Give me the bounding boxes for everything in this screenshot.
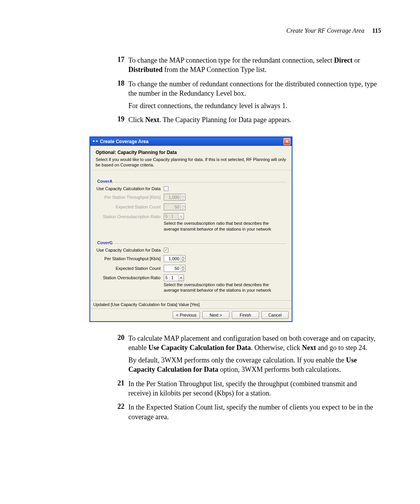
step-item: 20To calculate MAP placement and configu…	[113, 334, 381, 374]
step-body: To change the number of redundant connec…	[128, 79, 381, 111]
spinner-down-icon: ▼	[180, 207, 185, 210]
use-capacity-checkbox[interactable]	[164, 186, 168, 191]
dialog-status-text: Updated [Use Capacity Calculation for Da…	[90, 300, 292, 308]
row-oversubscription: Station Oversubscription Ratio5 : 1▼	[96, 213, 286, 220]
dialog-header-section: Optional: Capacity Planning for Data Sel…	[90, 146, 292, 171]
oversubscription-hint: Select the oversubscription ratio that b…	[164, 282, 286, 293]
spinner-down-icon[interactable]: ▼	[180, 268, 185, 271]
dropdown-input: 5 : 1▼	[164, 213, 184, 220]
spinner-up-icon: ▲	[180, 194, 185, 197]
dialog-body: Optional: Capacity Planning for Data Sel…	[90, 146, 292, 321]
spinner-down-icon[interactable]: ▼	[180, 259, 185, 262]
svg-point-1	[93, 140, 94, 142]
group-title: CoverG	[96, 240, 114, 245]
step-body: In the Per Station Throughput list, spec…	[128, 379, 381, 398]
spinner-buttons: ▲▼	[180, 204, 185, 210]
step-number: 19	[113, 115, 124, 123]
step-body: Click Next. The Capacity Planning for Da…	[128, 115, 381, 124]
spinner-input[interactable]: 50▲▼	[164, 265, 186, 272]
dialog-titlebar[interactable]: Create Coverage Area ✕	[90, 137, 292, 146]
previous-button[interactable]: < Previous	[173, 311, 200, 319]
dropdown-value: 5 : 1	[164, 275, 178, 281]
label-oversubscription: Station Oversubscription Ratio	[96, 214, 164, 219]
label-oversubscription: Station Oversubscription Ratio	[96, 275, 164, 280]
row-use-capacity: Use Capacity Calculation for Data	[96, 248, 286, 252]
page-number: 115	[372, 27, 381, 34]
label-use-capacity: Use Capacity Calculation for Data	[96, 248, 164, 252]
document-page: Create Your RF Coverage Area 115 17To ch…	[0, 0, 420, 442]
step-body: To change the MAP connection type for th…	[128, 56, 381, 75]
dialog-subheading: Select if you would like to use Capacity…	[96, 157, 286, 168]
spinner-down-icon: ▼	[180, 197, 185, 200]
spinner-buttons: ▲▼	[180, 194, 185, 200]
label-station-count: Expected Station Count	[96, 266, 164, 271]
step-item: 21In the Per Station Throughput list, sp…	[113, 379, 381, 398]
dialog-figure: Create Coverage Area ✕ Optional: Capacit…	[89, 136, 385, 322]
app-icon	[93, 139, 98, 144]
step-number: 22	[113, 402, 124, 411]
row-throughput: Per Station Throughput [Kb/s]1,000▲▼	[96, 255, 286, 262]
create-coverage-dialog: Create Coverage Area ✕ Optional: Capacit…	[89, 136, 292, 322]
spinner-buttons[interactable]: ▲▼	[180, 256, 185, 262]
row-throughput: Per Station Throughput [Kb/s]1,000▲▼	[96, 194, 286, 201]
label-throughput: Per Station Throughput [Kb/s]	[96, 256, 164, 261]
cancel-button[interactable]: Cancel	[261, 311, 289, 319]
coverage-group: CoverAUse Capacity Calculation for DataP…	[96, 177, 286, 232]
spinner-value: 50	[164, 265, 180, 271]
step-number: 20	[113, 334, 124, 342]
spinner-input: 50▲▼	[164, 203, 186, 210]
chevron-down-icon: ▼	[178, 214, 184, 219]
label-throughput: Per Station Throughput [Kb/s]	[96, 195, 164, 200]
svg-point-2	[96, 140, 98, 142]
label-station-count: Expected Station Count	[96, 205, 164, 209]
spinner-input: 1,000▲▼	[164, 194, 186, 201]
row-station-count: Expected Station Count50▲▼	[96, 265, 286, 272]
group-title: CoverA	[96, 179, 114, 184]
row-use-capacity: Use Capacity Calculation for Data	[96, 186, 286, 191]
page-header: Create Your RF Coverage Area 115	[35, 27, 385, 34]
step-body: To calculate MAP placement and configura…	[128, 334, 381, 374]
dialog-heading: Optional: Capacity Planning for Data	[96, 150, 286, 155]
steps-after: 20To calculate MAP placement and configu…	[113, 334, 381, 422]
spinner-up-icon[interactable]: ▲	[180, 265, 185, 268]
dropdown-input[interactable]: 5 : 1▼	[164, 275, 184, 281]
group-divider	[96, 182, 286, 182]
steps-before: 17To change the MAP connection type for …	[113, 56, 381, 125]
dropdown-value: 5 : 1	[164, 214, 178, 219]
step-number: 21	[113, 379, 124, 387]
step-item: 22In the Expected Station Count list, sp…	[113, 402, 381, 422]
label-use-capacity: Use Capacity Calculation for Data	[96, 186, 164, 191]
coverage-group: CoverGUse Capacity Calculation for DataP…	[96, 239, 286, 293]
close-button[interactable]: ✕	[284, 138, 290, 145]
spinner-up-icon: ▲	[180, 204, 185, 207]
step-item: 18To change the number of redundant conn…	[113, 79, 381, 111]
header-title: Create Your RF Coverage Area	[286, 27, 364, 34]
next-button[interactable]: Next >	[202, 311, 229, 319]
spinner-input[interactable]: 1,000▲▼	[164, 255, 186, 262]
spinner-value: 1,000	[164, 194, 180, 200]
dialog-window-title: Create Coverage Area	[100, 139, 284, 144]
spinner-buttons[interactable]: ▲▼	[180, 265, 185, 271]
step-number: 17	[113, 56, 124, 64]
step-item: 19Click Next. The Capacity Planning for …	[113, 115, 381, 124]
chevron-down-icon[interactable]: ▼	[178, 275, 184, 281]
step-number: 18	[113, 79, 124, 88]
finish-button[interactable]: Finish	[232, 311, 259, 319]
dialog-button-bar: < Previous Next > Finish Cancel	[90, 308, 292, 321]
row-station-count: Expected Station Count50▲▼	[96, 203, 286, 210]
spinner-value: 50	[164, 204, 180, 210]
spinner-value: 1,000	[164, 256, 180, 262]
step-body: In the Expected Station Count list, spec…	[128, 402, 381, 422]
oversubscription-hint: Select the oversubscription ratio that b…	[164, 220, 286, 232]
row-oversubscription: Station Oversubscription Ratio5 : 1▼	[96, 275, 286, 281]
step-item: 17To change the MAP connection type for …	[113, 56, 381, 75]
close-icon: ✕	[285, 139, 289, 144]
spinner-up-icon[interactable]: ▲	[180, 256, 185, 259]
use-capacity-checkbox[interactable]	[164, 248, 168, 252]
group-divider	[96, 243, 286, 244]
